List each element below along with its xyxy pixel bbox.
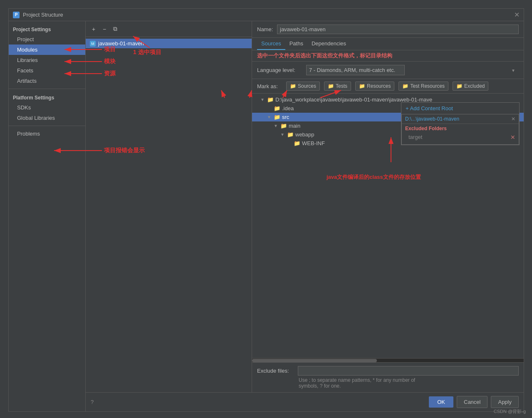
tree-label-root: D:\java_workplace\javaweb\javaweb-01-mav… (275, 96, 432, 103)
sidebar-item-modules[interactable]: Modules (9, 45, 85, 55)
mark-tests-button[interactable]: 📁 Tests (324, 82, 351, 91)
help-icon[interactable]: ? (91, 399, 94, 405)
excluded-popup-close[interactable]: ✕ (511, 116, 515, 122)
test-resources-icon: 📁 (402, 83, 408, 89)
mark-resources-button[interactable]: 📁 Resources (355, 82, 394, 91)
module-icon: M (90, 41, 96, 47)
arrow-root: ▼ (260, 97, 265, 102)
close-button[interactable]: ✕ (514, 11, 520, 19)
sidebar-item-artifacts[interactable]: Artifacts (9, 76, 85, 86)
module-details-panel: Name: Sources Paths De (252, 21, 524, 392)
excluded-popup-path: D:\...\javaweb-01-maven (405, 116, 459, 122)
sidebar-item-facets[interactable]: Facets (9, 65, 85, 76)
folder-icon-idea: 📁 (274, 105, 280, 111)
module-name: javaweb-01-maven (98, 40, 144, 47)
horizontal-scrollbar[interactable] (252, 358, 524, 362)
annotation-bar: 选中一个文件夹后选出下面这些文件格式，标记目录结构 (252, 50, 524, 62)
mark-as-label: Mark as: (257, 83, 282, 89)
arrow-webapp: ▼ (280, 132, 285, 137)
tree-label-src: src (282, 114, 289, 120)
excluded-icon: 📁 (456, 83, 463, 89)
mark-test-resources-button[interactable]: 📁 Test Resources (398, 82, 448, 91)
resources-icon: 📁 (359, 83, 365, 89)
tab-paths[interactable]: Paths (285, 38, 307, 50)
tree-label-idea: .idea (282, 105, 294, 111)
tree-label-webapp: webapp (295, 131, 314, 138)
arrow-main: ▼ (274, 124, 279, 128)
app-icon: P (13, 12, 20, 18)
add-content-root-button[interactable]: + Add Content Root (401, 103, 519, 114)
ok-button[interactable]: OK (429, 396, 453, 408)
scrollbar-thumb (252, 359, 377, 362)
module-list: M javaweb-01-maven (86, 37, 252, 392)
tree-label-main: main (289, 123, 300, 129)
folder-icon-webapp: 📁 (287, 131, 294, 138)
name-label: Name: (257, 26, 274, 32)
exclude-files-input[interactable] (298, 366, 519, 376)
folder-icon-src: 📁 (274, 114, 280, 120)
remove-module-button[interactable]: − (100, 25, 109, 34)
project-settings-label: Project Settings (9, 23, 85, 34)
sidebar-item-global-libraries[interactable]: Global Libraries (9, 113, 85, 123)
exclude-row: Exclude files: (257, 366, 519, 376)
language-select-wrapper: 7 - Diamonds, ARM, multi-catch etc. (306, 65, 519, 75)
sidebar-divider-2 (9, 126, 85, 126)
tree-label-webinf: WEB-INF (302, 140, 325, 146)
watermark: CSDN @背影-g (494, 408, 526, 415)
sources-icon: 📁 (290, 83, 296, 89)
copy-module-button[interactable]: ⧉ (111, 25, 120, 34)
apply-button[interactable]: Apply (491, 396, 519, 408)
folder-icon-root: 📁 (267, 96, 274, 103)
tabs-row: Sources Paths Dependencies (252, 38, 524, 50)
arrow-src: ▼ (267, 115, 272, 119)
language-select[interactable]: 7 - Diamonds, ARM, multi-catch etc. (306, 65, 405, 75)
name-input[interactable] (277, 25, 519, 34)
sidebar-divider (9, 89, 85, 89)
tests-icon: 📁 (328, 83, 334, 89)
mark-as-row: Mark as: 📁 Sources 📁 Tests 📁 (252, 79, 524, 94)
mark-sources-button[interactable]: 📁 Sources (286, 82, 320, 91)
language-row: Language level: 7 - Diamonds, ARM, multi… (252, 62, 524, 79)
tab-sources[interactable]: Sources (257, 38, 285, 50)
cancel-button[interactable]: Cancel (457, 396, 487, 408)
tab-dependencies[interactable]: Dependencies (307, 38, 350, 50)
title-bar: P Project Structure ✕ (9, 9, 524, 21)
exclude-hint: Use ; to separate name patterns, * for a… (257, 376, 519, 389)
excluded-folders-section: Excluded Folders target ✕ (402, 124, 519, 144)
exclude-files-label: Exclude files: (257, 368, 294, 374)
add-module-button[interactable]: + (89, 25, 98, 34)
excluded-folders-label: Excluded Folders (405, 126, 515, 131)
module-list-item[interactable]: M javaweb-01-maven (86, 39, 252, 48)
name-row: Name: (252, 21, 524, 38)
module-toolbar: + − ⧉ (86, 21, 252, 37)
platform-settings-label: Platform Settings (9, 92, 85, 102)
folder-icon-main: 📁 (280, 123, 287, 129)
bottom-buttons: ? OK Cancel Apply (86, 392, 524, 411)
excluded-item-target: target (405, 132, 426, 142)
folder-icon-webinf: 📁 (294, 140, 300, 146)
right-panel: + − ⧉ M javaweb-01-maven (86, 21, 524, 411)
sidebar-item-problems[interactable]: Problems (9, 129, 85, 139)
excluded-popup-title: D:\...\javaweb-01-maven ✕ (402, 114, 519, 124)
remove-excluded-button[interactable]: ✕ (510, 134, 515, 141)
sidebar: Project Settings Project Modules Librari… (9, 21, 86, 411)
sidebar-item-project[interactable]: Project (9, 34, 85, 45)
mark-excluded-button[interactable]: 📁 Excluded (453, 82, 488, 91)
language-label: Language level: (257, 67, 303, 73)
sidebar-item-sdks[interactable]: SDKs (9, 102, 85, 113)
exclude-files-area: Exclude files: Use ; to separate name pa… (252, 362, 524, 392)
dialog-title: Project Structure (23, 12, 63, 18)
sidebar-item-libraries[interactable]: Libraries (9, 55, 85, 65)
excluded-popup: + Add Content Root D:\...\javaweb-01-mav… (401, 102, 520, 145)
module-tree-panel: + − ⧉ M javaweb-01-maven (86, 21, 252, 392)
